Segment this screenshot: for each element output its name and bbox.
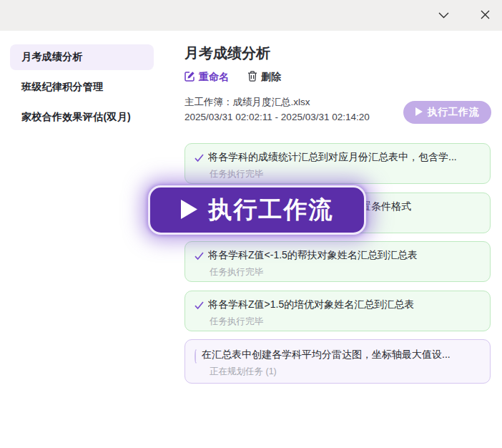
task-title: 将各学科的成绩统计汇总到对应月份汇总表中，包含学... [208,150,457,164]
play-icon [181,200,197,221]
task-list: 将各学科的成绩统计汇总到对应月份汇总表中，包含学... 任务执行完毕 置条件格式… [184,143,491,392]
rename-label: 重命名 [199,71,229,84]
run-workflow-button[interactable]: 执行工作流 [403,101,492,124]
workflow-detail-panel: 月考成绩分析 重命名 删除 主工作簿：成绩月度汇总.xlsx 2025/03/3… [184,43,491,125]
task-status: 任务执行完毕 [210,167,481,180]
sidebar-item-home-school-evaluation[interactable]: 家校合作效果评估(双月) [10,104,154,130]
run-workflow-label: 执行工作流 [428,106,480,119]
page-title: 月考成绩分析 [184,43,491,63]
delete-label: 删除 [261,71,281,84]
task-status: 任务执行完毕 [210,266,481,278]
minimize-button[interactable] [432,4,455,27]
sidebar-item-class-discipline-points[interactable]: 班级纪律积分管理 [10,74,154,100]
task-status: 正在规划任务 (1) [210,365,481,378]
trash-icon [247,71,257,84]
task-title: 将各学科Z值<-1.5的帮扶对象姓名汇总到汇总表 [208,248,418,262]
task-card[interactable]: 将各学科的成绩统计汇总到对应月份汇总表中，包含学... 任务执行完毕 [184,143,491,184]
play-icon [415,107,423,118]
check-icon [195,250,204,264]
task-title-row: 将各学科的成绩统计汇总到对应月份汇总表中，包含学... [195,150,481,166]
check-icon [195,299,204,313]
close-icon [481,10,490,21]
run-workflow-overlay-label: 执行工作流 [209,194,334,226]
edit-icon [184,71,195,84]
sidebar-item-label: 月考成绩分析 [21,51,83,64]
task-title: 置条件格式 [361,199,411,213]
close-button[interactable] [473,4,496,27]
workflow-sidebar: 月考成绩分析 班级纪律积分管理 家校合作效果评估(双月) [10,44,154,135]
task-title: 在汇总表中创建各学科平均分雷达图，坐标轴最大值设... [202,347,451,361]
titlebar [0,0,502,31]
sidebar-item-monthly-score-analysis[interactable]: 月考成绩分析 [10,44,154,70]
task-title-row: 将各学科Z值<-1.5的帮扶对象姓名汇总到汇总表 [195,248,481,264]
rename-button[interactable]: 重命名 [184,71,229,84]
delete-button[interactable]: 删除 [247,71,281,84]
check-icon [195,152,204,166]
task-title-row: 将各学科Z值>1.5的培优对象姓名汇总到汇总表 [195,297,481,313]
spinner-icon [195,349,197,364]
task-card[interactable]: 将各学科Z值<-1.5的帮扶对象姓名汇总到汇总表 任务执行完毕 [184,241,491,282]
sidebar-item-label: 班级纪律积分管理 [21,81,103,94]
task-title: 将各学科Z值>1.5的培优对象姓名汇总到汇总表 [208,297,414,311]
run-workflow-overlay-button[interactable]: 执行工作流 [148,185,366,235]
action-row: 重命名 删除 [184,69,491,85]
task-title-row: 在汇总表中创建各学科平均分雷达图，坐标轴最大值设... [195,347,481,364]
task-card[interactable]: 将各学科Z值>1.5的培优对象姓名汇总到汇总表 任务执行完毕 [184,291,491,331]
chevron-down-icon [438,10,449,21]
sidebar-item-label: 家校合作效果评估(双月) [21,111,131,124]
task-card[interactable]: 在汇总表中创建各学科平均分雷达图，坐标轴最大值设... 正在规划任务 (1) [184,339,491,384]
task-status: 任务执行完毕 [210,315,481,328]
